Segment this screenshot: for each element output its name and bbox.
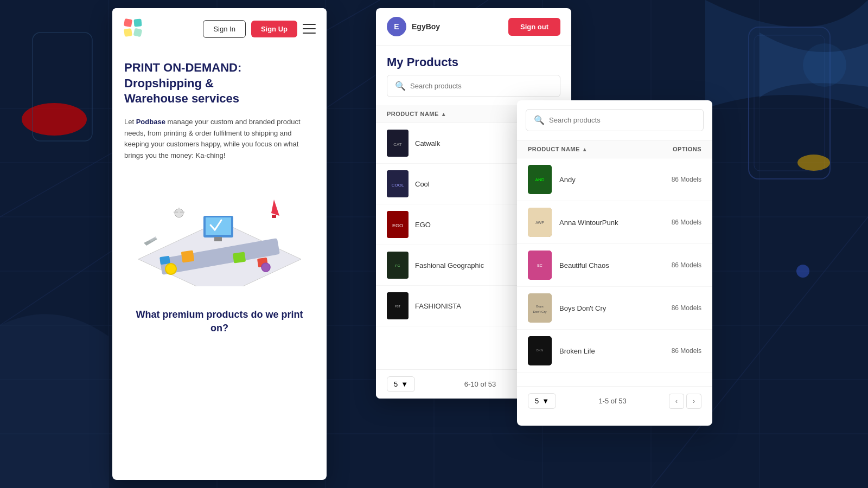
prev-page-button[interactable]: ‹ bbox=[669, 394, 684, 409]
right-product-list: AND Andy 86 Models AWP Anna WintourPunk … bbox=[517, 158, 712, 386]
chevron-down-icon: ▼ bbox=[542, 397, 549, 405]
product-thumbnail: AWP bbox=[528, 208, 552, 237]
product-name: Beautiful Chaos bbox=[559, 261, 672, 269]
product-name: Broken Life bbox=[559, 347, 672, 355]
table-row: AWP Anna WintourPunk 86 Models bbox=[517, 201, 712, 244]
table-row: BC Beautiful Chaos 86 Models bbox=[517, 244, 712, 287]
product-thumbnail: BKN bbox=[528, 336, 552, 365]
search-icon: 🔍 bbox=[534, 115, 545, 125]
right-per-page-select[interactable]: 5 ▼ bbox=[528, 393, 556, 409]
search-icon: 🔍 bbox=[395, 81, 406, 91]
svg-text:EGO: EGO bbox=[392, 223, 403, 228]
user-info: E EgyBoy bbox=[387, 17, 440, 36]
logo[interactable] bbox=[123, 18, 143, 40]
svg-text:BKN: BKN bbox=[537, 349, 543, 352]
product-thumbnail: BC bbox=[528, 251, 552, 280]
signup-button[interactable]: Sign Up bbox=[251, 21, 297, 37]
sort-arrow-icon[interactable]: ▲ bbox=[582, 146, 588, 152]
bottom-cta: What premium products do we print on? bbox=[124, 303, 315, 341]
hamburger-menu[interactable] bbox=[303, 22, 316, 35]
svg-text:AND: AND bbox=[535, 177, 545, 182]
product-thumbnail: FST bbox=[387, 292, 409, 319]
svg-text:Don't Cry: Don't Cry bbox=[533, 310, 547, 313]
product-options: 86 Models bbox=[672, 219, 701, 226]
svg-rect-33 bbox=[214, 237, 222, 241]
signin-button[interactable]: Sign In bbox=[203, 20, 245, 38]
product-name-header: PRODUCT NAME ▲ bbox=[387, 111, 532, 117]
right-search-bar[interactable]: 🔍 bbox=[526, 109, 704, 131]
svg-point-23 bbox=[803, 43, 846, 87]
right-pagination-info: 1-5 of 53 bbox=[598, 397, 626, 405]
landing-panel: Sign In Sign Up PRINT ON-DEMAND:Dropship… bbox=[112, 8, 327, 480]
per-page-select[interactable]: 5 ▼ bbox=[387, 376, 415, 392]
right-table-footer: 5 ▼ 1-5 of 53 ‹ › bbox=[517, 386, 712, 415]
right-table-header: PRODUCT NAME ▲ OPTIONS bbox=[517, 140, 712, 158]
search-bar[interactable]: 🔍 bbox=[387, 75, 560, 97]
svg-point-42 bbox=[165, 264, 176, 274]
svg-text:AWP: AWP bbox=[535, 221, 544, 224]
svg-text:BC: BC bbox=[537, 264, 542, 267]
svg-rect-28 bbox=[133, 28, 143, 37]
svg-text:CAT: CAT bbox=[393, 142, 402, 147]
avatar: E bbox=[387, 17, 406, 36]
svg-text:COOL: COOL bbox=[392, 183, 404, 188]
svg-rect-41 bbox=[159, 256, 170, 265]
signout-button[interactable]: Sign out bbox=[508, 18, 560, 36]
mid-header: E EgyBoy Sign out bbox=[376, 8, 571, 46]
left-content: PRINT ON-DEMAND:Dropshipping &Warehouse … bbox=[112, 49, 327, 351]
svg-point-22 bbox=[796, 265, 809, 278]
svg-rect-24 bbox=[33, 33, 92, 141]
svg-rect-38 bbox=[232, 252, 245, 264]
product-options: 86 Models bbox=[672, 304, 701, 312]
product-options: 86 Models bbox=[672, 347, 701, 355]
next-page-button[interactable]: › bbox=[686, 394, 701, 409]
pagination-info: 6-10 of 53 bbox=[464, 380, 496, 388]
svg-text:FST: FST bbox=[395, 305, 400, 308]
svg-rect-25 bbox=[124, 18, 132, 27]
options-header: OPTIONS bbox=[673, 146, 701, 152]
svg-point-43 bbox=[261, 263, 270, 272]
svg-rect-18 bbox=[749, 27, 830, 179]
svg-rect-32 bbox=[206, 217, 231, 235]
svg-rect-19 bbox=[754, 35, 825, 171]
svg-rect-39 bbox=[272, 215, 276, 218]
product-thumbnail: COOL bbox=[387, 170, 409, 197]
hero-description: Let Podbase manage your custom and brand… bbox=[124, 117, 315, 162]
product-thumbnail: FG bbox=[387, 252, 409, 279]
table-row: BoysDon't Cry Boys Don't Cry 86 Models bbox=[517, 287, 712, 330]
hero-illustration bbox=[124, 172, 315, 292]
svg-rect-37 bbox=[181, 251, 194, 263]
svg-point-21 bbox=[797, 155, 830, 171]
svg-rect-60 bbox=[528, 293, 552, 323]
hero-title: PRINT ON-DEMAND:Dropshipping &Warehouse … bbox=[124, 60, 315, 107]
svg-rect-36 bbox=[178, 208, 180, 213]
product-thumbnail: EGO bbox=[387, 211, 409, 238]
table-row: BKN Broken Life 86 Models bbox=[517, 330, 712, 373]
svg-rect-27 bbox=[124, 28, 132, 37]
right-search-input[interactable] bbox=[549, 116, 695, 124]
svg-rect-26 bbox=[133, 18, 142, 27]
left-header: Sign In Sign Up bbox=[112, 8, 327, 49]
sort-arrow-icon[interactable]: ▲ bbox=[441, 111, 446, 117]
product-name: Anna WintourPunk bbox=[559, 219, 672, 227]
product-thumbnail: BoysDon't Cry bbox=[528, 293, 552, 323]
product-name-header: PRODUCT NAME ▲ bbox=[528, 146, 673, 152]
search-input[interactable] bbox=[410, 82, 552, 90]
page-title: My Products bbox=[376, 46, 571, 75]
svg-text:FG: FG bbox=[395, 264, 400, 267]
product-thumbnail: CAT bbox=[387, 130, 409, 157]
svg-text:Boys: Boys bbox=[536, 305, 543, 308]
svg-point-20 bbox=[22, 103, 87, 136]
chevron-down-icon: ▼ bbox=[401, 380, 408, 388]
product-name: Boys Don't Cry bbox=[559, 304, 672, 312]
product-options: 86 Models bbox=[672, 261, 701, 269]
search-overlay-panel: 🔍 PRODUCT NAME ▲ OPTIONS AND Andy 86 Mod… bbox=[517, 100, 712, 426]
table-row: AND Andy 86 Models bbox=[517, 158, 712, 201]
product-options: 86 Models bbox=[672, 176, 701, 183]
right-pagination-arrows: ‹ › bbox=[669, 394, 701, 409]
product-name: Andy bbox=[559, 176, 672, 184]
product-thumbnail: AND bbox=[528, 165, 552, 194]
username: EgyBoy bbox=[412, 22, 440, 31]
header-nav: Sign In Sign Up bbox=[203, 20, 316, 38]
